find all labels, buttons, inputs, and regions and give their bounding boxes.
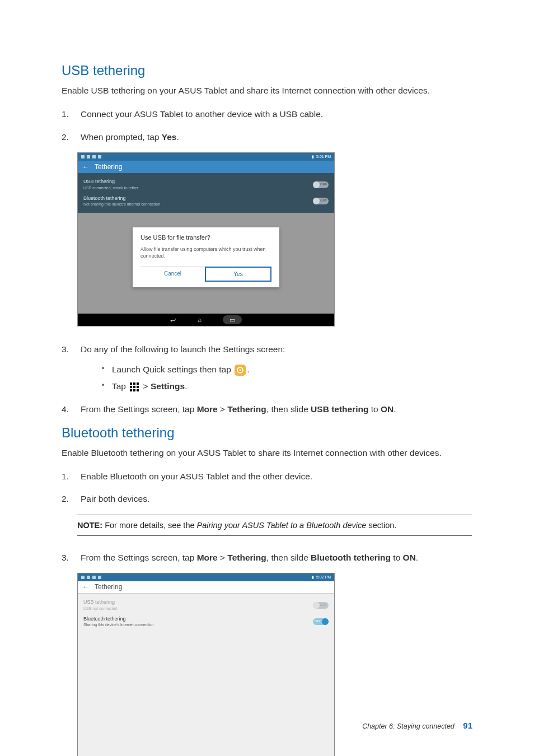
screenshot-usb-dialog: ▮5:01 PM ← Tethering USB tethering USB c… xyxy=(77,152,335,326)
recent-icon[interactable]: ▭ xyxy=(223,315,242,324)
dialog-title: Use USB for file transfer? xyxy=(140,234,271,241)
back-arrow-icon[interactable]: ← xyxy=(82,163,89,171)
status-time: ▮5:01 PM xyxy=(312,155,331,159)
t: . xyxy=(176,132,179,142)
bluetooth-tethering-toggle[interactable]: OFF xyxy=(313,198,329,204)
settings-panel: USB tethering USB connected, check to te… xyxy=(78,173,334,213)
status-icons-left xyxy=(81,155,101,158)
apps-grid-icon xyxy=(129,382,139,392)
usb-tethering-toggle: OFF xyxy=(313,602,329,609)
settings-panel: USB tethering USB not connected OFF Blue… xyxy=(78,594,334,633)
step-text: Pair both devices. xyxy=(81,492,472,506)
substep: Tap > Settings. xyxy=(100,378,472,394)
step-number: 2. xyxy=(62,492,81,506)
back-arrow-icon[interactable]: ← xyxy=(82,583,89,591)
bluetooth-tethering-row[interactable]: Bluetooth tethering Not sharing this dev… xyxy=(83,193,329,210)
status-bar: ▮5:02 PM xyxy=(78,573,334,581)
back-icon[interactable]: ⮐ xyxy=(170,316,176,323)
screen-title: Tethering xyxy=(95,583,122,591)
row-desc: USB not connected xyxy=(83,606,117,610)
step-text: Enable Bluetooth on your ASUS Tablet and… xyxy=(81,469,472,484)
note-ref: Pairing your ASUS Tablet to a Bluetooth … xyxy=(197,521,367,530)
usb-tethering-toggle[interactable]: OFF xyxy=(313,181,329,188)
cancel-button[interactable]: Cancel xyxy=(140,267,205,282)
screenshot-bt-tethering: ▮5:02 PM ← Tethering USB tethering USB n… xyxy=(77,573,335,756)
status-bar: ▮5:01 PM xyxy=(78,153,334,161)
bluetooth-tethering-heading: Bluetooth tethering xyxy=(62,425,472,441)
home-icon[interactable]: ⌂ xyxy=(198,316,202,323)
bt-intro: Enable Bluetooth tethering on your ASUS … xyxy=(62,446,472,459)
screen-title: Tethering xyxy=(95,163,122,171)
note-box: NOTE: For more details, see the Pairing … xyxy=(77,515,472,536)
dialog-desc: Allow file transfer using computers whic… xyxy=(140,246,271,259)
bluetooth-tethering-row[interactable]: Bluetooth tethering Sharing this device'… xyxy=(83,614,329,631)
step-text: From the Settings screen, tap More > Tet… xyxy=(81,402,472,417)
page-footer: Chapter 6: Staying connected 91 xyxy=(362,721,472,730)
row-desc: Sharing this device's Internet connectio… xyxy=(83,623,153,627)
screen-header[interactable]: ← Tethering xyxy=(78,581,334,594)
status-icons-left xyxy=(81,576,101,579)
step-text: From the Settings screen, tap More > Tet… xyxy=(81,550,472,565)
substep: Launch Quick settings then tap . xyxy=(100,361,472,377)
dialog-backdrop: Use USB for file transfer? Allow file tr… xyxy=(78,213,334,314)
row-desc: Not sharing this device's Internet conne… xyxy=(83,202,160,206)
usb-tethering-row: USB tethering USB not connected OFF xyxy=(83,597,329,614)
usb-tethering-row[interactable]: USB tethering USB connected, check to te… xyxy=(83,176,329,193)
step-text: Connect your ASUS Tablet to another devi… xyxy=(81,107,472,122)
yes-button[interactable]: Yes xyxy=(205,267,271,282)
step-text: Do any of the following to launch the Se… xyxy=(81,344,285,354)
page-number: 91 xyxy=(463,721,472,730)
svg-point-1 xyxy=(240,370,241,371)
step-number: 1. xyxy=(62,469,81,484)
t: When prompted, tap xyxy=(81,132,162,142)
bluetooth-tethering-toggle[interactable]: ON xyxy=(313,618,329,625)
chapter-label: Chapter 6: Staying connected xyxy=(362,722,455,730)
step-number: 2. xyxy=(62,130,81,144)
screen-header[interactable]: ← Tethering xyxy=(78,161,334,173)
row-title: Bluetooth tethering xyxy=(83,195,160,202)
gear-icon xyxy=(235,365,246,376)
step-number: 3. xyxy=(62,550,81,565)
row-title: Bluetooth tethering xyxy=(83,616,153,622)
usb-intro: Enable USB tethering on your ASUS Tablet… xyxy=(62,84,472,97)
row-title: USB tethering xyxy=(83,599,117,605)
empty-area xyxy=(78,633,334,756)
nav-bar: ⮐ ⌂ ▭ xyxy=(78,314,334,326)
step-text: When prompted, tap Yes. xyxy=(81,130,472,144)
usb-tethering-heading: USB tethering xyxy=(62,63,472,78)
row-desc: USB connected, check to tether xyxy=(83,186,138,190)
step-number: 3. xyxy=(62,342,81,394)
step-number: 4. xyxy=(62,402,81,417)
usb-file-transfer-dialog: Use USB for file transfer? Allow file tr… xyxy=(133,227,279,287)
row-title: USB tethering xyxy=(83,179,138,185)
note-label: NOTE: xyxy=(77,521,102,530)
status-time: ▮5:02 PM xyxy=(312,575,331,580)
step-number: 1. xyxy=(62,107,81,122)
t-bold: Yes xyxy=(162,132,177,142)
